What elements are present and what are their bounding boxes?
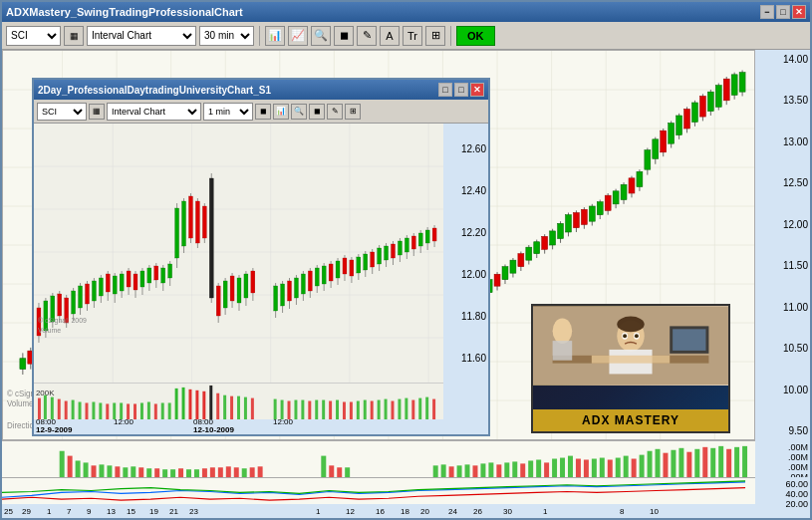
- inner-minimize-btn[interactable]: □: [438, 83, 452, 97]
- inner-toolbar: SCI ▦ Interval Chart 1 min ◼ 📊 🔍 ◼ ✎ ⊞: [34, 100, 488, 124]
- day-25: 25: [4, 507, 13, 516]
- svg-rect-151: [526, 247, 532, 260]
- inner-icon-6[interactable]: ⊞: [345, 104, 361, 120]
- inner-icon-2[interactable]: 📊: [273, 104, 289, 120]
- svg-rect-256: [568, 456, 573, 477]
- chart-icon-4[interactable]: ◼: [334, 26, 354, 46]
- svg-point-286: [617, 317, 644, 333]
- svg-rect-205: [739, 73, 745, 93]
- svg-rect-177: [629, 178, 635, 193]
- inner-chart-type-select[interactable]: Interval Chart: [107, 103, 201, 121]
- chart-icon-8[interactable]: ⊞: [425, 26, 445, 46]
- inner-icon-5[interactable]: ✎: [327, 104, 343, 120]
- chart-icon-2[interactable]: 📈: [288, 26, 308, 46]
- ok-button[interactable]: OK: [456, 26, 495, 46]
- svg-rect-472: [425, 397, 428, 419]
- svg-rect-368: [274, 286, 278, 311]
- chart-icon-6[interactable]: A: [380, 26, 400, 46]
- svg-rect-222: [162, 469, 167, 477]
- svg-point-292: [635, 334, 639, 338]
- svg-rect-453: [294, 400, 297, 419]
- chart-type-select[interactable]: Interval Chart: [87, 26, 196, 46]
- indicator-svg: [2, 478, 755, 504]
- svg-rect-457: [322, 400, 325, 419]
- svg-rect-314: [72, 291, 76, 314]
- svg-rect-442: [202, 391, 205, 419]
- inner-icon-1[interactable]: ◼: [255, 104, 271, 120]
- svg-rect-261: [608, 459, 613, 477]
- inner-price-1180: 11.80: [445, 311, 486, 322]
- svg-rect-449: [251, 398, 254, 419]
- svg-rect-191: [684, 110, 690, 130]
- inner-restore-btn[interactable]: □: [454, 83, 468, 97]
- chart-area: © cSignal, 2009 Volume Directions 14.00 …: [2, 50, 810, 518]
- inner-volume-svg: 200K: [34, 384, 443, 419]
- svg-rect-452: [288, 401, 291, 419]
- toolbar-separator-1: [259, 26, 260, 46]
- interval-select[interactable]: 30 min: [199, 26, 254, 46]
- svg-rect-165: [581, 209, 587, 224]
- svg-rect-270: [678, 448, 683, 477]
- day-15: 15: [127, 507, 135, 516]
- inner-chart-mode-icon[interactable]: ▦: [89, 104, 105, 120]
- svg-rect-469: [405, 398, 407, 419]
- inner-icon-3[interactable]: 🔍: [291, 104, 307, 120]
- inner-interval-select[interactable]: 1 min: [203, 103, 253, 121]
- svg-rect-366: [251, 271, 255, 293]
- svg-rect-250: [520, 463, 525, 477]
- inner-icon-4[interactable]: ◼: [309, 104, 325, 120]
- svg-rect-235: [321, 456, 326, 477]
- adx-image: [533, 306, 728, 386]
- svg-rect-404: [398, 241, 402, 255]
- chart-icon-7[interactable]: Tr: [403, 26, 422, 46]
- svg-rect-266: [648, 451, 653, 477]
- svg-rect-316: [79, 286, 83, 308]
- price-label-1200: 12.00: [757, 219, 808, 230]
- svg-rect-183: [653, 139, 659, 159]
- inner-price-1240: 12.40: [445, 185, 486, 196]
- svg-rect-340: [161, 268, 165, 283]
- price-label-1050: 10.50: [757, 343, 808, 354]
- svg-rect-425: [85, 402, 88, 419]
- svg-rect-224: [178, 468, 183, 477]
- chart-mode-icon[interactable]: ▦: [64, 26, 84, 46]
- svg-rect-233: [250, 467, 255, 477]
- svg-rect-173: [613, 191, 619, 204]
- inner-close-btn[interactable]: ✕: [470, 83, 484, 97]
- svg-rect-227: [202, 468, 207, 477]
- indicator-chart: [2, 477, 755, 504]
- day-nov-24: 24: [448, 507, 457, 516]
- svg-rect-157: [550, 231, 556, 245]
- svg-rect-263: [624, 456, 629, 477]
- svg-rect-410: [418, 233, 422, 246]
- svg-rect-197: [707, 92, 713, 112]
- inner-title-bar: 2Day_ProfessionalDaytradingUniversityCha…: [34, 80, 488, 100]
- chart-icon-5[interactable]: ✎: [357, 26, 377, 46]
- maximize-button[interactable]: □: [776, 5, 790, 19]
- svg-rect-145: [502, 267, 508, 280]
- price-label-1400: 14.00: [757, 54, 808, 65]
- svg-rect-179: [637, 171, 643, 186]
- svg-text:Volume: Volume: [7, 398, 34, 408]
- person-illustration-svg: [533, 306, 728, 386]
- chart-icon-1[interactable]: 📊: [265, 26, 285, 46]
- svg-rect-219: [138, 467, 143, 477]
- inner-symbol-select[interactable]: SCI: [37, 103, 87, 121]
- svg-rect-251: [528, 460, 533, 477]
- svg-rect-195: [699, 97, 705, 118]
- svg-rect-213: [92, 465, 97, 477]
- symbol-select[interactable]: SCI: [6, 26, 61, 46]
- svg-rect-431: [127, 403, 130, 419]
- svg-rect-243: [465, 464, 470, 477]
- inner-chart-area: © cSignal, 2009 Volume 12.60 12.40 12.20…: [34, 124, 488, 434]
- svg-rect-376: [301, 274, 305, 294]
- close-button[interactable]: ✕: [792, 5, 806, 19]
- svg-rect-236: [329, 465, 334, 477]
- svg-rect-276: [726, 449, 731, 477]
- main-title-bar: ADXMastery_SwingTradingProfessionalChart…: [2, 2, 810, 22]
- main-toolbar: SCI ▦ Interval Chart 30 min 📊 📈 🔍 ◼ ✎ A …: [2, 22, 810, 50]
- ind-label-20: 20.00: [757, 499, 808, 509]
- minimize-button[interactable]: −: [760, 5, 774, 19]
- inner-date-label-2: 12:00: [114, 419, 134, 426]
- chart-icon-3[interactable]: 🔍: [311, 26, 331, 46]
